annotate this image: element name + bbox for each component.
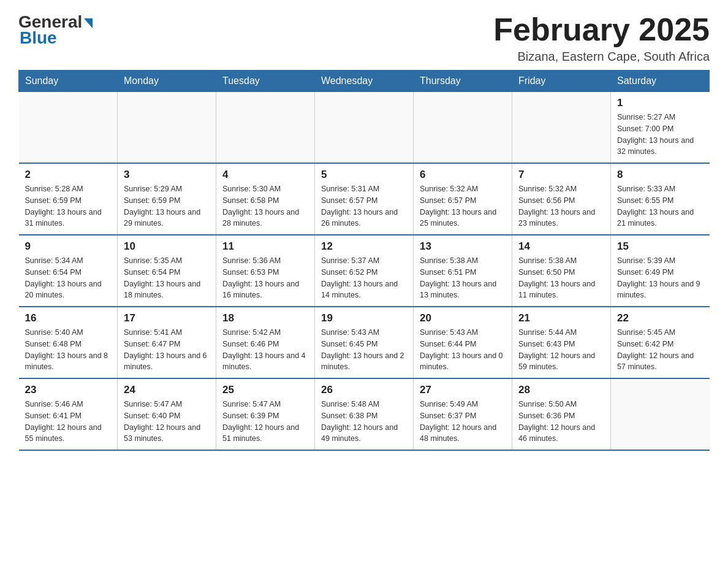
day-number: 28 (518, 384, 604, 396)
day-info: Sunrise: 5:48 AMSunset: 6:38 PMDaylight:… (321, 399, 407, 445)
day-info: Sunrise: 5:44 AMSunset: 6:43 PMDaylight:… (518, 327, 604, 373)
calendar-cell: 15Sunrise: 5:39 AMSunset: 6:49 PMDayligh… (611, 235, 710, 307)
day-number: 1 (617, 97, 703, 109)
day-number: 20 (420, 312, 506, 324)
day-number: 8 (617, 169, 703, 181)
day-number: 12 (321, 240, 407, 253)
day-info: Sunrise: 5:37 AMSunset: 6:52 PMDaylight:… (321, 255, 407, 301)
day-info: Sunrise: 5:35 AMSunset: 6:54 PMDaylight:… (124, 255, 210, 301)
day-number: 4 (222, 169, 308, 181)
calendar-cell: 23Sunrise: 5:46 AMSunset: 6:41 PMDayligh… (19, 378, 118, 450)
day-number: 16 (25, 312, 112, 324)
day-info: Sunrise: 5:42 AMSunset: 6:46 PMDaylight:… (222, 327, 308, 373)
day-number: 17 (124, 312, 210, 324)
weekday-header-row: SundayMondayTuesdayWednesdayThursdayFrid… (19, 71, 710, 92)
day-info: Sunrise: 5:43 AMSunset: 6:44 PMDaylight:… (420, 327, 506, 373)
calendar-cell: 7Sunrise: 5:32 AMSunset: 6:56 PMDaylight… (512, 163, 611, 235)
day-info: Sunrise: 5:50 AMSunset: 6:36 PMDaylight:… (518, 399, 604, 445)
day-info: Sunrise: 5:34 AMSunset: 6:54 PMDaylight:… (25, 255, 112, 301)
day-number: 22 (617, 312, 703, 324)
calendar-cell: 3Sunrise: 5:29 AMSunset: 6:59 PMDaylight… (118, 163, 216, 235)
day-info: Sunrise: 5:30 AMSunset: 6:58 PMDaylight:… (222, 183, 308, 229)
day-number: 23 (25, 384, 112, 396)
day-number: 15 (617, 240, 703, 253)
weekday-header-saturday: Saturday (611, 71, 710, 92)
day-number: 19 (321, 312, 407, 324)
day-number: 13 (420, 240, 506, 253)
calendar-cell: 12Sunrise: 5:37 AMSunset: 6:52 PMDayligh… (315, 235, 414, 307)
calendar-cell: 9Sunrise: 5:34 AMSunset: 6:54 PMDaylight… (19, 235, 118, 307)
day-info: Sunrise: 5:47 AMSunset: 6:39 PMDaylight:… (222, 399, 308, 445)
week-row-2: 2Sunrise: 5:28 AMSunset: 6:59 PMDaylight… (19, 163, 710, 235)
day-number: 14 (518, 240, 604, 253)
calendar-cell (611, 378, 710, 450)
calendar-cell: 27Sunrise: 5:49 AMSunset: 6:37 PMDayligh… (414, 378, 512, 450)
calendar-cell: 13Sunrise: 5:38 AMSunset: 6:51 PMDayligh… (414, 235, 512, 307)
day-info: Sunrise: 5:32 AMSunset: 6:57 PMDaylight:… (420, 183, 506, 229)
calendar-cell: 2Sunrise: 5:28 AMSunset: 6:59 PMDaylight… (19, 163, 118, 235)
calendar-cell: 26Sunrise: 5:48 AMSunset: 6:38 PMDayligh… (315, 378, 414, 450)
calendar-cell: 1Sunrise: 5:27 AMSunset: 7:00 PMDaylight… (611, 92, 710, 164)
calendar-cell (315, 92, 414, 164)
day-number: 26 (321, 384, 407, 396)
day-info: Sunrise: 5:41 AMSunset: 6:47 PMDaylight:… (124, 327, 210, 373)
logo-arrow-icon (84, 18, 93, 28)
location: Bizana, Eastern Cape, South Africa (493, 50, 710, 64)
calendar-cell (118, 92, 216, 164)
day-info: Sunrise: 5:38 AMSunset: 6:50 PMDaylight:… (518, 255, 604, 301)
week-row-3: 9Sunrise: 5:34 AMSunset: 6:54 PMDaylight… (19, 235, 710, 307)
calendar-cell: 25Sunrise: 5:47 AMSunset: 6:39 PMDayligh… (216, 378, 315, 450)
day-number: 2 (25, 169, 112, 181)
calendar-cell: 16Sunrise: 5:40 AMSunset: 6:48 PMDayligh… (19, 307, 118, 378)
day-info: Sunrise: 5:31 AMSunset: 6:57 PMDaylight:… (321, 183, 407, 229)
calendar-cell: 22Sunrise: 5:45 AMSunset: 6:42 PMDayligh… (611, 307, 710, 378)
calendar-cell: 5Sunrise: 5:31 AMSunset: 6:57 PMDaylight… (315, 163, 414, 235)
calendar-cell: 11Sunrise: 5:36 AMSunset: 6:53 PMDayligh… (216, 235, 315, 307)
day-info: Sunrise: 5:33 AMSunset: 6:55 PMDaylight:… (617, 183, 703, 229)
calendar-cell: 24Sunrise: 5:47 AMSunset: 6:40 PMDayligh… (118, 378, 216, 450)
day-number: 21 (518, 312, 604, 324)
day-info: Sunrise: 5:40 AMSunset: 6:48 PMDaylight:… (25, 327, 112, 373)
day-info: Sunrise: 5:49 AMSunset: 6:37 PMDaylight:… (420, 399, 506, 445)
calendar-table: SundayMondayTuesdayWednesdayThursdayFrid… (18, 70, 710, 451)
day-number: 6 (420, 169, 506, 181)
weekday-header-sunday: Sunday (19, 71, 118, 92)
calendar-cell (512, 92, 611, 164)
weekday-header-friday: Friday (512, 71, 611, 92)
weekday-header-wednesday: Wednesday (315, 71, 414, 92)
month-title: February 2025 (493, 12, 710, 47)
day-number: 24 (124, 384, 210, 396)
calendar-cell: 17Sunrise: 5:41 AMSunset: 6:47 PMDayligh… (118, 307, 216, 378)
day-info: Sunrise: 5:29 AMSunset: 6:59 PMDaylight:… (124, 183, 210, 229)
day-info: Sunrise: 5:28 AMSunset: 6:59 PMDaylight:… (25, 183, 112, 229)
day-number: 27 (420, 384, 506, 396)
day-number: 11 (222, 240, 308, 253)
week-row-5: 23Sunrise: 5:46 AMSunset: 6:41 PMDayligh… (19, 378, 710, 450)
day-number: 7 (518, 169, 604, 181)
day-number: 18 (222, 312, 308, 324)
calendar-cell: 10Sunrise: 5:35 AMSunset: 6:54 PMDayligh… (118, 235, 216, 307)
day-number: 5 (321, 169, 407, 181)
calendar-cell (19, 92, 118, 164)
title-section: February 2025 Bizana, Eastern Cape, Sout… (493, 12, 710, 64)
day-info: Sunrise: 5:36 AMSunset: 6:53 PMDaylight:… (222, 255, 308, 301)
calendar-cell: 4Sunrise: 5:30 AMSunset: 6:58 PMDaylight… (216, 163, 315, 235)
calendar-cell (414, 92, 512, 164)
day-info: Sunrise: 5:47 AMSunset: 6:40 PMDaylight:… (124, 399, 210, 445)
weekday-header-thursday: Thursday (414, 71, 512, 92)
logo: General Blue (18, 12, 93, 48)
day-number: 9 (25, 240, 112, 253)
day-number: 25 (222, 384, 308, 396)
weekday-header-tuesday: Tuesday (216, 71, 315, 92)
calendar-cell: 6Sunrise: 5:32 AMSunset: 6:57 PMDaylight… (414, 163, 512, 235)
calendar-cell: 18Sunrise: 5:42 AMSunset: 6:46 PMDayligh… (216, 307, 315, 378)
calendar-cell: 14Sunrise: 5:38 AMSunset: 6:50 PMDayligh… (512, 235, 611, 307)
day-info: Sunrise: 5:39 AMSunset: 6:49 PMDaylight:… (617, 255, 703, 301)
week-row-1: 1Sunrise: 5:27 AMSunset: 7:00 PMDaylight… (19, 92, 710, 164)
calendar-cell: 28Sunrise: 5:50 AMSunset: 6:36 PMDayligh… (512, 378, 611, 450)
week-row-4: 16Sunrise: 5:40 AMSunset: 6:48 PMDayligh… (19, 307, 710, 378)
day-info: Sunrise: 5:45 AMSunset: 6:42 PMDaylight:… (617, 327, 703, 373)
calendar-cell: 20Sunrise: 5:43 AMSunset: 6:44 PMDayligh… (414, 307, 512, 378)
weekday-header-monday: Monday (118, 71, 216, 92)
day-info: Sunrise: 5:38 AMSunset: 6:51 PMDaylight:… (420, 255, 506, 301)
